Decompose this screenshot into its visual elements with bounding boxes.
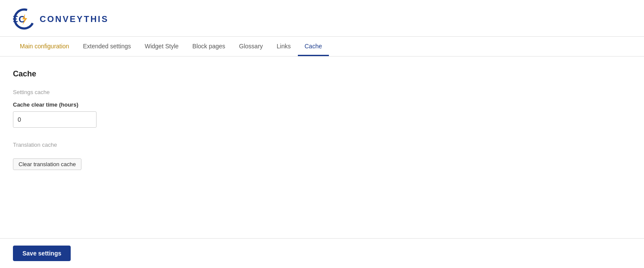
cache-clear-time-input[interactable] (13, 111, 97, 128)
header: C CONVEYTHIS (0, 0, 644, 37)
tab-main-configuration[interactable]: Main configuration (13, 37, 76, 56)
tab-widget-style[interactable]: Widget Style (138, 37, 186, 56)
conveythis-logo-icon: C (13, 8, 35, 30)
tab-extended-settings[interactable]: Extended settings (76, 37, 138, 56)
clear-translation-cache-button[interactable]: Clear translation cache (13, 158, 81, 170)
tab-glossary[interactable]: Glossary (232, 37, 270, 56)
tab-block-pages[interactable]: Block pages (185, 37, 232, 56)
page-title: Cache (13, 69, 631, 79)
save-settings-button[interactable]: Save settings (13, 246, 71, 261)
translation-cache-section: Translation cache Clear translation cach… (13, 142, 631, 170)
settings-cache-section: Settings cache Cache clear time (hours) (13, 89, 631, 128)
logo-text: CONVEYTHIS (40, 14, 109, 24)
tab-links[interactable]: Links (270, 37, 298, 56)
footer: Save settings (0, 238, 644, 268)
settings-cache-label: Settings cache (13, 89, 631, 95)
main-content: Cache Settings cache Cache clear time (h… (0, 57, 644, 238)
translation-cache-label: Translation cache (13, 142, 631, 148)
nav-tabs: Main configuration Extended settings Wid… (0, 37, 644, 57)
logo-container: C CONVEYTHIS (13, 8, 631, 30)
tab-cache[interactable]: Cache (298, 37, 329, 56)
cache-clear-time-label: Cache clear time (hours) (13, 101, 631, 108)
